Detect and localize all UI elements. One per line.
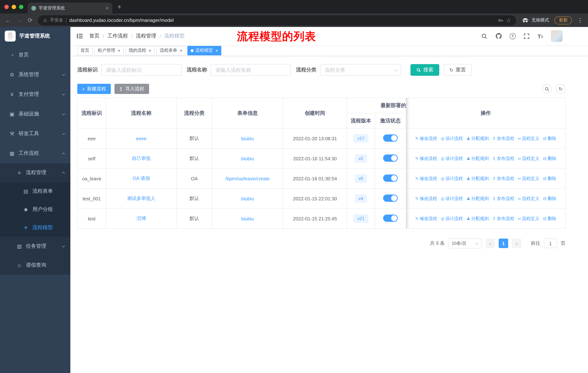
refresh-table-button[interactable]: ↻ xyxy=(556,84,565,94)
create-process-button[interactable]: + 新建流程 xyxy=(77,84,111,94)
toggle-search-button[interactable] xyxy=(542,84,552,94)
close-icon[interactable]: × xyxy=(215,48,218,53)
browser-menu-icon[interactable]: ⋮ xyxy=(578,17,583,23)
sidebar-item-user-group[interactable]: ☻用户分组 xyxy=(0,200,70,219)
close-icon[interactable]: × xyxy=(180,48,182,53)
row-action-delete[interactable]: ⊟删除 xyxy=(543,195,556,202)
sidebar-item-bpm-model[interactable]: ✈流程模型 xyxy=(0,219,70,237)
row-action-definition[interactable]: ∞流程定义 xyxy=(518,195,539,202)
browser-tab[interactable]: 芋道管理系统 × xyxy=(28,2,112,13)
row-action-definition[interactable]: ∞流程定义 xyxy=(518,215,539,222)
row-action-assign[interactable]: ♟分配规则 xyxy=(467,135,489,141)
close-icon[interactable]: × xyxy=(149,48,151,53)
active-toggle[interactable] xyxy=(383,134,398,141)
row-action-edit[interactable]: ✎修改流程 xyxy=(415,175,437,181)
tag-home[interactable]: 首页 xyxy=(77,46,93,55)
active-toggle[interactable] xyxy=(383,214,398,222)
hamburger-icon[interactable] xyxy=(76,32,84,40)
address-bar[interactable]: ⚠ 不安全 dashboard.yudao.iocoder.cn/bpm/man… xyxy=(38,15,516,25)
close-window-button[interactable] xyxy=(4,5,9,9)
breadcrumb-item[interactable]: 工作流程 xyxy=(107,33,128,39)
row-action-design[interactable]: ◎设计流程 xyxy=(441,135,463,141)
prev-page-button[interactable]: ‹ xyxy=(486,239,495,248)
sidebar-item-leave-query[interactable]: ☺请假查询 xyxy=(0,256,70,275)
github-icon[interactable] xyxy=(495,33,502,39)
row-action-delete[interactable]: ⊟删除 xyxy=(543,155,556,161)
active-toggle[interactable] xyxy=(383,194,398,202)
breadcrumb-item[interactable]: 流程管理 xyxy=(136,33,156,39)
tag-my-flow[interactable]: 我的流程× xyxy=(126,46,155,55)
new-tab-button[interactable]: + xyxy=(117,3,121,11)
close-icon[interactable]: × xyxy=(118,48,120,53)
bookmark-star-icon[interactable]: ☆ xyxy=(506,17,511,23)
row-action-delete[interactable]: ⊟删除 xyxy=(543,135,556,141)
row-action-edit[interactable]: ✎修改流程 xyxy=(415,195,437,202)
search-icon[interactable] xyxy=(481,33,488,39)
help-icon[interactable]: ? xyxy=(509,33,516,39)
row-action-design[interactable]: ◎设计流程 xyxy=(441,195,463,202)
page-size-select[interactable] xyxy=(448,238,482,248)
row-action-definition[interactable]: ∞流程定义 xyxy=(518,135,539,141)
font-size-icon[interactable]: TT xyxy=(537,33,543,39)
row-action-publish[interactable]: ↥发布流程 xyxy=(492,155,514,161)
reload-button[interactable]: ⟳ xyxy=(28,17,33,24)
row-action-delete[interactable]: ⊟删除 xyxy=(543,175,556,181)
process-id-input[interactable] xyxy=(101,64,181,76)
process-name-link[interactable]: 滔博 xyxy=(136,216,146,221)
maximize-window-button[interactable] xyxy=(19,5,23,9)
row-action-definition[interactable]: ∞流程定义 xyxy=(518,155,539,161)
goto-page-input[interactable] xyxy=(544,239,557,248)
row-action-publish[interactable]: ↥发布流程 xyxy=(492,195,514,202)
breadcrumb-item[interactable]: 首页 xyxy=(89,33,100,39)
sidebar-item-bpm-form[interactable]: ▤流程表单 xyxy=(0,182,70,200)
form-info-link[interactable]: biubiu xyxy=(241,156,254,161)
page-size-input[interactable] xyxy=(448,238,482,248)
row-action-publish[interactable]: ↥发布流程 xyxy=(492,175,514,181)
back-button[interactable]: ← xyxy=(5,17,11,23)
process-name-link[interactable]: 自己审批 xyxy=(132,156,151,161)
current-page-button[interactable]: 1 xyxy=(499,239,508,248)
row-action-edit[interactable]: ✎修改流程 xyxy=(415,135,437,141)
row-action-edit[interactable]: ✎修改流程 xyxy=(415,215,437,222)
import-process-button[interactable]: ↥ 导入流程 xyxy=(114,84,149,94)
category-select[interactable] xyxy=(320,64,401,76)
tag-flow-model[interactable]: 流程模型× xyxy=(187,46,221,55)
row-action-publish[interactable]: ↥发布流程 xyxy=(492,135,514,141)
row-action-definition[interactable]: ∞流程定义 xyxy=(518,175,539,181)
tab-close-icon[interactable]: × xyxy=(106,5,109,10)
active-toggle[interactable] xyxy=(383,154,398,161)
search-button[interactable]: 搜索 xyxy=(410,64,439,76)
sidebar-item-infra[interactable]: ▣基础设施 xyxy=(0,104,70,124)
tag-flow-form[interactable]: 流程表单× xyxy=(156,46,186,55)
sidebar-item-payment[interactable]: ¥支付管理 xyxy=(0,84,70,104)
update-button[interactable]: 更新 xyxy=(555,16,572,24)
form-info-link[interactable]: biubiu xyxy=(241,196,254,201)
row-action-assign[interactable]: ♟分配规则 xyxy=(467,175,489,181)
sidebar-item-devtools[interactable]: ⚒研发工具 xyxy=(0,124,70,143)
row-action-assign[interactable]: ♟分配规则 xyxy=(467,215,489,222)
row-action-design[interactable]: ◎设计流程 xyxy=(441,175,463,181)
reset-button[interactable]: ↻ 重置 xyxy=(444,64,472,76)
category-select-input[interactable] xyxy=(320,64,401,76)
process-name-link[interactable]: OA 请假 xyxy=(133,176,150,181)
row-action-edit[interactable]: ✎修改流程 xyxy=(415,155,437,161)
key-icon[interactable] xyxy=(497,17,503,23)
minimize-window-button[interactable] xyxy=(12,5,16,9)
next-page-button[interactable]: › xyxy=(512,239,521,248)
row-action-design[interactable]: ◎设计流程 xyxy=(441,215,463,222)
process-name-link[interactable]: 测试多审批人 xyxy=(127,196,156,201)
form-info-link[interactable]: biubiu xyxy=(241,136,254,141)
process-name-link[interactable]: eeee xyxy=(136,136,147,141)
form-info-link[interactable]: /bpm/oa/leave/create xyxy=(225,176,270,181)
process-name-input[interactable] xyxy=(211,64,291,76)
sidebar-item-workflow[interactable]: ▦工作流程 xyxy=(0,143,70,163)
sidebar-item-task-manage[interactable]: ▧任务管理 xyxy=(0,237,70,256)
tag-tenant[interactable]: 租户管理× xyxy=(94,46,124,55)
sidebar-item-bpm-manage[interactable]: ≡流程管理 xyxy=(0,163,70,182)
row-action-assign[interactable]: ♟分配规则 xyxy=(467,155,489,161)
user-avatar[interactable] xyxy=(551,30,562,42)
forward-button[interactable]: → xyxy=(16,17,22,23)
sidebar-item-system[interactable]: ⚙系统管理 xyxy=(0,65,70,84)
row-action-publish[interactable]: ↥发布流程 xyxy=(492,215,514,222)
row-action-delete[interactable]: ⊟删除 xyxy=(543,215,556,222)
